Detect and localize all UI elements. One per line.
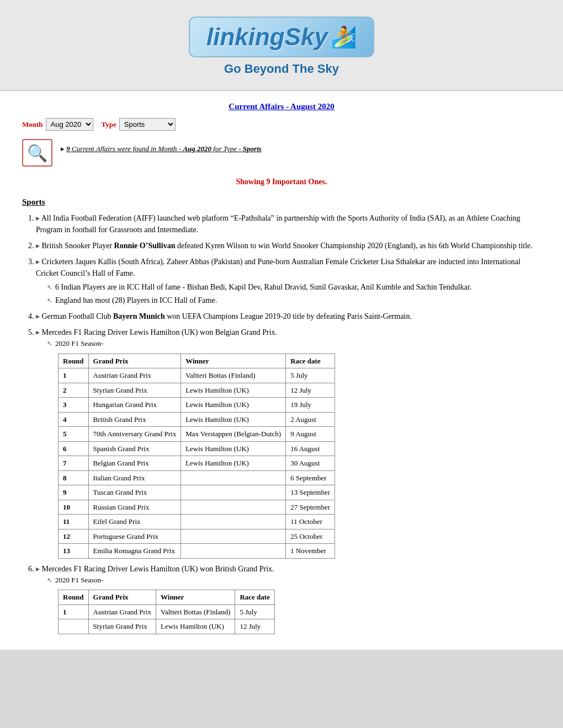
table-row: 2Styrian Grand PrixLewis Hamilton (UK)12… xyxy=(59,383,335,398)
item-2-before: British Snooker Player xyxy=(42,242,114,250)
items-list: ▸ All India Football Federation (AIFF) l… xyxy=(22,212,541,634)
f1-table-5: Round Grand Prix Winner Race date 1Austr… xyxy=(58,354,335,559)
sub-bullet-item: 6 Indian Players are in ICC Hall of fame… xyxy=(47,281,541,293)
type-select[interactable]: Sports Science Politics Economy Internat… xyxy=(119,118,176,131)
logo-box: linkingSky 🏄 xyxy=(189,17,374,57)
col-round: Round xyxy=(59,354,89,368)
month-select[interactable]: Aug 2020 Jul 2020 Jun 2020 Sep 2020 xyxy=(46,118,93,131)
item-4-after: won UEFA Champions League 2019-20 title … xyxy=(165,312,412,320)
item-4-bold: Bayern Munich xyxy=(113,312,165,320)
header: linkingSky 🏄 Go Beyond The Sky xyxy=(0,0,563,91)
col-round-6: Round xyxy=(59,590,89,605)
arrow-bullet: ▸ xyxy=(36,565,40,573)
search-result-text: ▸ 9 Current Affairs were found in Month … xyxy=(61,144,262,153)
table-row: 6Spanish Grand PrixLewis Hamilton (UK)16… xyxy=(59,441,335,456)
arrow-bullet: ▸ xyxy=(36,242,40,250)
list-item: ▸ Cricketers Jaques Kallis (South Africa… xyxy=(36,256,541,306)
season-label-6: 2020 F1 Season- xyxy=(36,575,541,586)
tagline: Go Beyond The Sky xyxy=(224,62,339,76)
item-5-text: Mercedes F1 Racing Driver Lewis Hamilton… xyxy=(42,328,278,336)
f1-table-container-5: Round Grand Prix Winner Race date 1Austr… xyxy=(58,354,541,559)
f1-table-body-5: 1Austrian Grand PrixValtteri Bottas (Fin… xyxy=(59,368,335,559)
table-row: 11Eifel Grand Prix11 October xyxy=(59,515,335,529)
table-row: 3Hungarian Grand PrixLewis Hamilton (UK)… xyxy=(59,398,335,413)
table-row: Styrian Grand PrixLewis Hamilton (UK)12 … xyxy=(59,619,275,634)
item-6-text: Mercedes F1 Racing Driver Lewis Hamilton… xyxy=(42,565,274,573)
f1-table-6: Round Grand Prix Winner Race date 1Austr… xyxy=(58,590,275,634)
search-area: 🔍 ▸ 9 Current Affairs were found in Mont… xyxy=(22,139,541,167)
col-race-date-6: Race date xyxy=(235,590,275,605)
table-row: 4British Grand PrixLewis Hamilton (UK)2 … xyxy=(59,412,335,427)
header-inner: linkingSky 🏄 Go Beyond The Sky xyxy=(17,11,546,82)
page-title: Current Affairs - August 2020 xyxy=(22,102,541,111)
logo-figure: 🏄 xyxy=(331,25,357,49)
section-heading: Sports xyxy=(22,197,541,207)
arrow-bullet: ▸ xyxy=(36,258,40,266)
table-row: 7Belgian Grand PrixLewis Hamilton (UK)30… xyxy=(59,456,335,471)
filter-bar: Month Aug 2020 Jul 2020 Jun 2020 Sep 202… xyxy=(22,118,541,131)
table-row: 12Portuguese Grand Prix25 October xyxy=(59,529,335,544)
col-winner-6: Winner xyxy=(156,590,235,605)
month-label: Month xyxy=(22,120,43,129)
f1-table-body-6: 1Austrian Grand PrixValtteri Bottas (Fin… xyxy=(59,604,275,634)
table-row: 570th Anniversary Grand PrixMax Verstapp… xyxy=(59,427,335,442)
table-header-row: Round Grand Prix Winner Race date xyxy=(59,590,275,605)
item-2-after: defeated Kyren Wilson to win World Snook… xyxy=(175,242,532,250)
list-item: ▸ German Football Club Bayern Munich won… xyxy=(36,311,541,322)
item-4-before: German Football Club xyxy=(42,312,114,320)
search-result-area: ▸ 9 Current Affairs were found in Month … xyxy=(61,139,262,153)
sub-bullet-list: 6 Indian Players are in ICC Hall of fame… xyxy=(36,281,541,306)
table-row: 10Russian Grand Prix27 September xyxy=(59,500,335,515)
list-item: ▸ British Snooker Player Ronnie O’Sulliv… xyxy=(36,240,541,251)
list-item: ▸ Mercedes F1 Racing Driver Lewis Hamilt… xyxy=(36,563,541,634)
table-row: 8Italian Grand Prix6 September xyxy=(59,470,335,485)
col-race-date: Race date xyxy=(286,354,335,368)
item-2-bold: Ronnie O’Sullivan xyxy=(114,242,176,250)
sub-bullet-item: England has most (28) Players in ICC Hal… xyxy=(47,295,541,306)
type-label: Type xyxy=(102,120,116,129)
list-item: ▸ All India Football Federation (AIFF) l… xyxy=(36,212,541,235)
table-row: 13Emilia Romagna Grand Prix1 November xyxy=(59,544,335,559)
arrow-bullet: ▸ xyxy=(36,214,40,222)
brand-name: linkingSky xyxy=(206,23,328,51)
season-label-5: 2020 F1 Season- xyxy=(36,338,541,349)
col-gp: Grand Prix xyxy=(88,354,181,368)
showing-text: Showing 9 Important Ones. xyxy=(22,178,541,186)
item-1-text: All India Football Federation (AIFF) lau… xyxy=(36,214,520,234)
table-row: 1Austrian Grand PrixValtteri Bottas (Fin… xyxy=(59,604,275,619)
search-result-link[interactable]: 9 Current Affairs were found in Month - … xyxy=(66,144,262,153)
table-row: 9Tuscan Grand Prix13 September xyxy=(59,485,335,500)
search-icon: 🔍 xyxy=(22,139,52,167)
col-winner: Winner xyxy=(181,354,286,368)
f1-table-container-6: Round Grand Prix Winner Race date 1Austr… xyxy=(58,590,541,634)
page-wrapper: linkingSky 🏄 Go Beyond The Sky Current A… xyxy=(0,0,563,650)
table-row: 1Austrian Grand PrixValtteri Bottas (Fin… xyxy=(59,368,335,383)
arrow-bullet: ▸ xyxy=(36,328,40,336)
list-item: ▸ Mercedes F1 Racing Driver Lewis Hamilt… xyxy=(36,326,541,559)
main-content: Current Affairs - August 2020 Month Aug … xyxy=(0,91,563,650)
col-gp-6: Grand Prix xyxy=(88,590,156,605)
item-3-text: Cricketers Jaques Kallis (South Africa),… xyxy=(36,258,520,277)
arrow-bullet: ▸ xyxy=(36,312,40,320)
table-header-row: Round Grand Prix Winner Race date xyxy=(59,354,335,368)
